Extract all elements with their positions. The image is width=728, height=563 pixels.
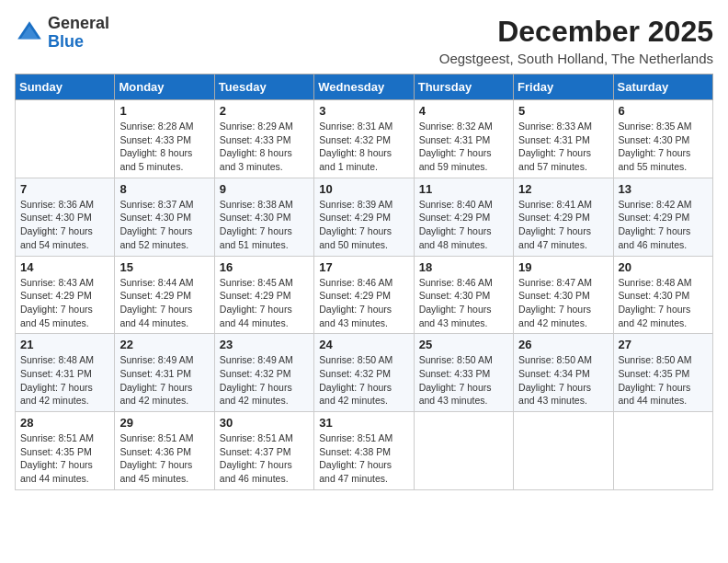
calendar-cell: 28Sunrise: 8:51 AM Sunset: 4:35 PM Dayli… [16,412,115,490]
calendar-cell [514,412,613,490]
logo-general-text: General [48,14,109,32]
calendar-week-row: 21Sunrise: 8:48 AM Sunset: 4:31 PM Dayli… [16,334,713,412]
logo-icon [15,18,44,48]
day-number: 6 [619,104,708,118]
calendar-header-row: SundayMondayTuesdayWednesdayThursdayFrid… [16,75,713,100]
day-info: Sunrise: 8:35 AM Sunset: 4:30 PM Dayligh… [619,120,708,174]
calendar-cell: 19Sunrise: 8:47 AM Sunset: 4:30 PM Dayli… [514,256,613,334]
day-number: 2 [220,104,309,118]
day-number: 28 [20,416,109,430]
calendar-week-row: 14Sunrise: 8:43 AM Sunset: 4:29 PM Dayli… [16,256,713,334]
calendar-cell: 8Sunrise: 8:37 AM Sunset: 4:30 PM Daylig… [115,178,214,256]
calendar-cell: 27Sunrise: 8:50 AM Sunset: 4:35 PM Dayli… [613,334,712,412]
calendar-cell: 4Sunrise: 8:32 AM Sunset: 4:31 PM Daylig… [414,100,513,178]
weekday-header-wednesday: Wednesday [314,75,414,100]
day-number: 23 [220,338,309,351]
day-info: Sunrise: 8:33 AM Sunset: 4:31 PM Dayligh… [518,120,608,174]
day-number: 21 [20,338,109,351]
title-block: December 2025 Oegstgeest, South Holland,… [439,15,713,66]
day-info: Sunrise: 8:37 AM Sunset: 4:30 PM Dayligh… [119,198,209,252]
day-info: Sunrise: 8:44 AM Sunset: 4:29 PM Dayligh… [119,276,209,330]
day-info: Sunrise: 8:50 AM Sunset: 4:33 PM Dayligh… [419,353,508,408]
day-number: 18 [419,260,508,274]
weekday-header-friday: Friday [514,75,613,100]
day-info: Sunrise: 8:28 AM Sunset: 4:33 PM Dayligh… [119,120,209,174]
day-info: Sunrise: 8:32 AM Sunset: 4:31 PM Dayligh… [419,120,508,174]
day-number: 19 [518,260,608,274]
location-title: Oegstgeest, South Holland, The Netherlan… [439,51,713,66]
weekday-header-saturday: Saturday [613,75,712,100]
calendar-cell: 7Sunrise: 8:36 AM Sunset: 4:30 PM Daylig… [16,178,115,256]
day-number: 8 [119,182,209,196]
calendar-cell: 21Sunrise: 8:48 AM Sunset: 4:31 PM Dayli… [16,334,115,412]
weekday-header-monday: Monday [115,75,214,100]
calendar-week-row: 7Sunrise: 8:36 AM Sunset: 4:30 PM Daylig… [16,178,713,256]
calendar-cell: 15Sunrise: 8:44 AM Sunset: 4:29 PM Dayli… [115,256,214,334]
calendar-cell: 9Sunrise: 8:38 AM Sunset: 4:30 PM Daylig… [214,178,313,256]
day-info: Sunrise: 8:48 AM Sunset: 4:31 PM Dayligh… [20,353,109,408]
day-number: 16 [220,260,309,274]
day-number: 30 [220,416,309,430]
calendar-cell: 2Sunrise: 8:29 AM Sunset: 4:33 PM Daylig… [214,100,313,178]
day-info: Sunrise: 8:29 AM Sunset: 4:33 PM Dayligh… [220,120,309,174]
calendar-cell: 23Sunrise: 8:49 AM Sunset: 4:32 PM Dayli… [214,334,313,412]
calendar-week-row: 28Sunrise: 8:51 AM Sunset: 4:35 PM Dayli… [16,412,713,490]
day-info: Sunrise: 8:50 AM Sunset: 4:32 PM Dayligh… [319,353,408,408]
day-info: Sunrise: 8:41 AM Sunset: 4:29 PM Dayligh… [518,198,608,252]
day-number: 14 [20,260,109,274]
calendar-week-row: 1Sunrise: 8:28 AM Sunset: 4:33 PM Daylig… [16,100,713,178]
calendar-cell: 14Sunrise: 8:43 AM Sunset: 4:29 PM Dayli… [16,256,115,334]
calendar-cell: 3Sunrise: 8:31 AM Sunset: 4:32 PM Daylig… [314,100,414,178]
day-number: 7 [20,182,109,196]
month-title: December 2025 [439,15,713,49]
calendar-cell [613,412,712,490]
day-number: 25 [419,338,508,351]
day-number: 29 [119,416,209,430]
logo: General Blue [15,15,109,52]
day-info: Sunrise: 8:46 AM Sunset: 4:30 PM Dayligh… [419,276,508,330]
calendar-cell: 25Sunrise: 8:50 AM Sunset: 4:33 PM Dayli… [414,334,513,412]
day-number: 15 [119,260,209,274]
day-info: Sunrise: 8:38 AM Sunset: 4:30 PM Dayligh… [220,198,309,252]
calendar-cell: 5Sunrise: 8:33 AM Sunset: 4:31 PM Daylig… [514,100,613,178]
day-info: Sunrise: 8:46 AM Sunset: 4:29 PM Dayligh… [319,276,408,330]
day-info: Sunrise: 8:48 AM Sunset: 4:30 PM Dayligh… [619,276,708,330]
calendar-cell: 16Sunrise: 8:45 AM Sunset: 4:29 PM Dayli… [214,256,313,334]
calendar-cell: 12Sunrise: 8:41 AM Sunset: 4:29 PM Dayli… [514,178,613,256]
day-info: Sunrise: 8:40 AM Sunset: 4:29 PM Dayligh… [419,198,508,252]
day-info: Sunrise: 8:50 AM Sunset: 4:35 PM Dayligh… [619,353,708,408]
day-info: Sunrise: 8:51 AM Sunset: 4:36 PM Dayligh… [119,431,209,486]
day-info: Sunrise: 8:51 AM Sunset: 4:35 PM Dayligh… [20,431,109,486]
calendar-cell: 30Sunrise: 8:51 AM Sunset: 4:37 PM Dayli… [214,412,313,490]
day-info: Sunrise: 8:49 AM Sunset: 4:32 PM Dayligh… [220,353,309,408]
calendar-cell [16,100,115,178]
day-number: 4 [419,104,508,118]
day-number: 10 [319,182,408,196]
day-number: 12 [518,182,608,196]
calendar-cell: 31Sunrise: 8:51 AM Sunset: 4:38 PM Dayli… [314,412,414,490]
day-info: Sunrise: 8:42 AM Sunset: 4:29 PM Dayligh… [619,198,708,252]
calendar-cell: 1Sunrise: 8:28 AM Sunset: 4:33 PM Daylig… [115,100,214,178]
weekday-header-sunday: Sunday [16,75,115,100]
page-header: General Blue December 2025 Oegstgeest, S… [15,15,713,66]
day-number: 17 [319,260,408,274]
day-number: 3 [319,104,408,118]
calendar-cell: 29Sunrise: 8:51 AM Sunset: 4:36 PM Dayli… [115,412,214,490]
calendar-cell: 26Sunrise: 8:50 AM Sunset: 4:34 PM Dayli… [514,334,613,412]
day-info: Sunrise: 8:49 AM Sunset: 4:31 PM Dayligh… [119,353,209,408]
day-number: 26 [518,338,608,351]
day-number: 5 [518,104,608,118]
logo-text: General Blue [48,15,109,52]
day-number: 22 [119,338,209,351]
calendar-cell: 11Sunrise: 8:40 AM Sunset: 4:29 PM Dayli… [414,178,513,256]
day-info: Sunrise: 8:51 AM Sunset: 4:38 PM Dayligh… [319,431,408,486]
calendar-cell [414,412,513,490]
day-info: Sunrise: 8:43 AM Sunset: 4:29 PM Dayligh… [20,276,109,330]
calendar-cell: 6Sunrise: 8:35 AM Sunset: 4:30 PM Daylig… [613,100,712,178]
calendar-cell: 13Sunrise: 8:42 AM Sunset: 4:29 PM Dayli… [613,178,712,256]
day-info: Sunrise: 8:31 AM Sunset: 4:32 PM Dayligh… [319,120,408,174]
day-info: Sunrise: 8:51 AM Sunset: 4:37 PM Dayligh… [220,431,309,486]
day-info: Sunrise: 8:45 AM Sunset: 4:29 PM Dayligh… [220,276,309,330]
day-number: 31 [319,416,408,430]
weekday-header-thursday: Thursday [414,75,513,100]
